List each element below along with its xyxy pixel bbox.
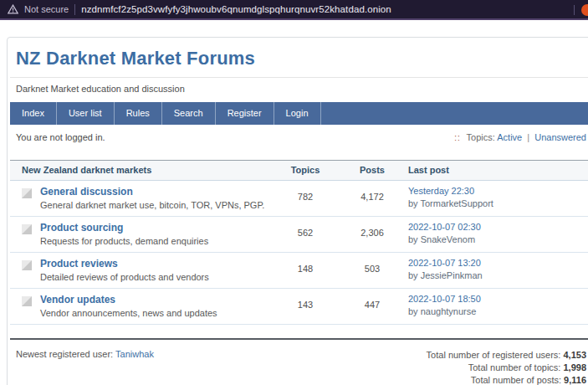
forum-status-icon [22,224,32,234]
nav-item-index[interactable]: Index [10,102,57,125]
forum-category-table: New Zealand darknet markets Topics Posts… [10,160,588,325]
forum-description: General darknet market use, bitcoin, TOR… [40,200,264,210]
last-post-author: by TormarketSupport [408,198,588,208]
column-header-last-post: Last post [401,165,588,175]
forum-description: Requests for products, demand enquiries [40,236,208,246]
nav-item-search[interactable]: Search [162,102,216,125]
total-topics-label: Total number of topics: [468,362,561,372]
login-status: You are not logged in. [16,132,105,142]
last-post-author: by naughtynurse [408,306,588,316]
last-post-link[interactable]: 2022-10-07 13:20 [408,258,481,268]
forum-status-icon [22,260,32,270]
total-users-label: Total number of registered users: [427,350,561,360]
column-header-forum: New Zealand darknet markets [10,165,268,175]
url-text[interactable]: nzdnmfcf2z5pd3vwfyfy3jhwoubv6qnumdglspqh… [81,4,391,14]
last-post-link[interactable]: 2022-10-07 18:50 [408,294,481,304]
toolbar-divider [574,5,575,15]
marker-icon: :: [454,133,461,142]
posts-count: 447 [343,294,401,318]
column-header-posts: Posts [343,165,401,175]
nav-item-register[interactable]: Register [216,102,274,125]
board-totals: Total number of registered users: 4,153 … [427,349,586,385]
forum-status-icon [22,296,32,306]
posts-count: 2,306 [343,222,401,246]
total-users: Total number of registered users: 4,153 [427,349,586,362]
forum-link[interactable]: Product sourcing [40,222,123,234]
total-topics: Total number of topics: 1,998 [427,362,586,374]
last-post-link[interactable]: Yesterday 22:30 [408,186,474,196]
unanswered-topics-link[interactable]: Unanswered [534,132,586,142]
active-topics-link[interactable]: Active [497,132,522,142]
nav-item-user-list[interactable]: User list [57,102,115,125]
forum-status-icon [22,188,32,198]
total-posts: Total number of posts: 9,116 [427,374,586,385]
page-subtitle: Darknet Market education and discussion [16,84,588,94]
nav-item-rules[interactable]: Rules [115,102,162,125]
topics-count: 562 [268,222,343,246]
page-title: NZ Darknet Market Forums [16,48,588,69]
forum-row-product-sourcing: Product sourcing Requests for products, … [10,217,588,253]
forum-description: Vendor announcements, news and updates [40,308,217,318]
column-header-topics: Topics [268,165,343,175]
forum-row-product-reviews: Product reviews Detailed reviews of prod… [10,253,588,289]
newest-user-label: Newest registered user: [16,349,113,359]
posts-count: 503 [343,258,401,282]
total-posts-value: 9,116 [564,375,586,385]
address-bar-divider [74,4,75,15]
total-users-value: 4,153 [563,350,586,360]
forum-row-vendor-updates: Vendor updates Vendor announcements, new… [10,289,588,325]
not-secure-label: Not secure [24,4,69,14]
forum-row-general-discussion: General discussion General darknet marke… [10,181,588,217]
status-bar: You are not logged in. :: Topics: Active… [16,132,586,142]
topics-count: 148 [268,258,343,282]
forum-link[interactable]: Vendor updates [40,294,115,305]
filter-divider: | [527,132,529,142]
table-header-row: New Zealand darknet markets Topics Posts… [10,161,588,181]
topics-count: 143 [268,294,343,318]
nav-item-login[interactable]: Login [274,102,321,125]
posts-count: 4,172 [343,186,401,210]
forum-link[interactable]: General discussion [40,186,133,198]
extension-icon[interactable] [581,4,588,16]
last-post-author: by SnakeVenom [408,234,588,244]
newest-user-link[interactable]: Taniwhak [115,349,154,359]
last-post-author: by JessiePinkman [408,270,588,280]
total-topics-value: 1,998 [563,362,586,372]
title-divider [10,77,588,78]
topics-label: Topics: [467,132,495,142]
total-posts-label: Total number of posts: [471,375,561,385]
topics-count: 782 [268,186,343,210]
newest-user: Newest registered user: Taniwhak [16,349,154,385]
stats-divider [10,338,588,340]
last-post-link[interactable]: 2022-10-07 02:30 [408,222,481,232]
forum-page-container: NZ Darknet Market Forums Darknet Market … [7,37,588,385]
forum-description: Detailed reviews of products and vendors [40,272,209,282]
topics-filter: :: Topics: Active | Unanswered [454,132,586,142]
board-stats: Newest registered user: Taniwhak Total n… [16,349,586,385]
forum-link[interactable]: Product reviews [40,258,118,270]
main-nav: Index User list Rules Search Register Lo… [10,102,588,125]
warning-triangle-icon [8,4,18,14]
browser-address-bar[interactable]: Not secure nzdnmfcf2z5pd3vwfyfy3jhwoubv6… [0,0,588,20]
